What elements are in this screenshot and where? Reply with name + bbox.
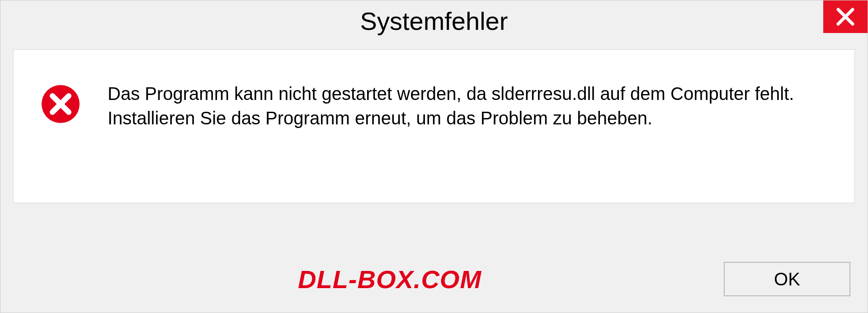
- footer: DLL-BOX.COM OK: [18, 262, 850, 296]
- error-icon: [41, 84, 80, 124]
- error-dialog: Systemfehler Das Programm kann nicht ges…: [0, 0, 868, 313]
- titlebar: Systemfehler: [0, 0, 868, 41]
- watermark-text: DLL-BOX.COM: [298, 265, 481, 294]
- close-icon: [835, 7, 855, 27]
- ok-button[interactable]: OK: [724, 262, 850, 296]
- dialog-title: Systemfehler: [360, 6, 508, 36]
- content-panel: Das Programm kann nicht gestartet werden…: [13, 49, 855, 203]
- close-button[interactable]: [823, 0, 868, 33]
- error-message: Das Programm kann nicht gestartet werden…: [108, 81, 813, 130]
